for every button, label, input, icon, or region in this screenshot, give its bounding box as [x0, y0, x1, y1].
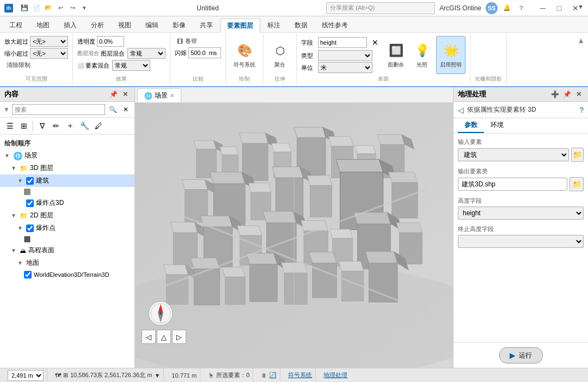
qa-dropdown[interactable]: ▾ [79, 3, 89, 13]
pause-icon[interactable]: ⏸ [261, 372, 267, 379]
gp-close-icon[interactable]: ✕ [574, 89, 584, 99]
toc-item-explosion[interactable]: ▼ 爆炸点 [0, 222, 134, 234]
feature-blend-select[interactable]: 常规 [112, 60, 150, 71]
height-field-select[interactable]: height [458, 207, 584, 220]
toc-item-3d-group[interactable]: ▼ 📁 3D 图层 [0, 162, 134, 174]
nav-right-button[interactable]: ▷ [172, 330, 186, 344]
left-panel-close-icon[interactable]: ✕ [120, 89, 130, 99]
compass[interactable] [147, 300, 174, 327]
scale-select[interactable]: 2,491 m [8, 370, 44, 381]
filter-button[interactable]: ∇ [35, 119, 48, 132]
gp-tab-env[interactable]: 环境 [484, 118, 510, 133]
input-features-browse-button[interactable]: 📁 [571, 148, 584, 162]
transparency-input[interactable] [97, 36, 124, 47]
output-features-browse-button[interactable]: 📁 [569, 177, 584, 191]
tab-view[interactable]: 视图 [111, 18, 138, 32]
minimize-button[interactable]: ─ [535, 2, 551, 14]
layer-blend-select[interactable]: 常规 [127, 48, 166, 59]
explosion-3d-checkbox[interactable] [26, 199, 34, 207]
flash-input[interactable] [188, 47, 221, 58]
maximize-button[interactable]: □ [551, 2, 567, 14]
search-clear-button[interactable]: ✕ [120, 104, 131, 115]
user-avatar[interactable]: SS [486, 2, 498, 14]
notification-bell[interactable]: 🔔 [502, 3, 512, 13]
scene-tab-close[interactable]: ✕ [170, 93, 174, 99]
arrow-down-icon: ▼ [154, 372, 160, 379]
gp-pin-icon[interactable]: 📌 [562, 89, 572, 99]
face-delete-button[interactable]: 🔲 面删余 [384, 36, 408, 74]
save-button[interactable]: 💾 [20, 3, 29, 13]
toc-item-scene[interactable]: ▼ 🌐 场景 [0, 149, 134, 162]
list-view-button[interactable]: ☰ [3, 119, 16, 132]
pin-icon[interactable]: 📌 [108, 89, 118, 99]
explosion-checkbox[interactable] [26, 225, 34, 232]
end-height-field-select[interactable] [458, 235, 584, 248]
input-features-select[interactable]: 建筑 [458, 148, 569, 161]
swipe-button[interactable]: 🎞 卷帘 [175, 36, 221, 46]
zoom-in-select[interactable]: <无> [30, 36, 68, 47]
map-tab-dropdown[interactable]: ▾ [575, 1, 586, 12]
gp-add-icon[interactable]: ➕ [550, 89, 560, 99]
tab-line-ref[interactable]: 线性参考 [315, 18, 355, 32]
feature-blend-label-icon: ⬜ [77, 63, 84, 69]
scene-tab[interactable]: 🌐 场景 ✕ [137, 88, 181, 102]
light-button[interactable]: 💡 光照 [410, 36, 434, 74]
add-layer-button[interactable]: ＋ [64, 119, 77, 132]
refresh-icon[interactable]: 🔄 [269, 372, 277, 379]
toc-item-building-color[interactable] [0, 187, 134, 197]
content-search-input[interactable] [12, 104, 105, 115]
undo-button[interactable]: ↩ [56, 3, 65, 13]
field-clear-button[interactable]: ✕ [369, 36, 382, 49]
world-elevation-checkbox[interactable] [24, 271, 32, 278]
tab-analysis[interactable]: 分析 [84, 18, 111, 32]
map-viewport[interactable]: ◁ △ ▷ [135, 103, 453, 368]
toc-item-world-elevation[interactable]: WorldElevation3D/Terrain3D [0, 269, 134, 280]
toc-item-2d-group[interactable]: ▼ 📁 2D 图层 [0, 209, 134, 222]
tab-project[interactable]: 工程 [2, 18, 29, 32]
geo-processing-link[interactable]: 地理处理 [323, 371, 347, 379]
type-select[interactable] [318, 50, 372, 61]
field-input[interactable] [318, 37, 367, 48]
zoom-out-select[interactable]: <无> [30, 48, 68, 59]
nav-up-button[interactable]: △ [157, 330, 171, 344]
gp-tab-params[interactable]: 参数 [458, 118, 484, 133]
search-button[interactable]: 🔍 [107, 104, 118, 115]
tab-share[interactable]: 共享 [193, 18, 220, 32]
sketch-button[interactable]: 🖊 [92, 119, 105, 132]
clear-limit-button[interactable]: 清除限制 [4, 60, 68, 70]
run-button[interactable]: ▶ 运行 [499, 347, 543, 363]
tab-label[interactable]: 标注 [260, 18, 287, 32]
ribbon-collapse[interactable]: ▲ [574, 34, 588, 85]
aggregate-button[interactable]: ⬡ 聚合 [268, 36, 292, 74]
toc-item-building[interactable]: ▼ 建筑 [0, 174, 134, 187]
toc-item-ground[interactable]: ▼ 地面 [0, 257, 134, 269]
new-button[interactable]: 📄 [32, 3, 41, 13]
building-checkbox[interactable] [26, 177, 34, 185]
svg-marker-34 [307, 175, 332, 185]
layer-properties-button[interactable]: 🔧 [78, 119, 91, 132]
tab-map[interactable]: 地图 [29, 18, 57, 32]
toc-item-explosion-3d[interactable]: 爆炸点3D [0, 197, 134, 209]
unit-select[interactable]: 米 [318, 62, 372, 73]
tab-imagery[interactable]: 影像 [166, 18, 193, 32]
tab-feature-layer[interactable]: 要素图层 [220, 19, 260, 33]
tab-edit[interactable]: 编辑 [138, 18, 166, 32]
help-button[interactable]: ? [516, 3, 526, 13]
global-search[interactable]: 分享搜索 (Alt+Q) [326, 2, 435, 14]
gp-back-button[interactable]: ◁ [458, 106, 464, 114]
draw-button[interactable]: ✏ [50, 119, 63, 132]
toc-item-elevation[interactable]: ▼ ⛰ 高程表面 [0, 244, 134, 257]
open-button[interactable]: 📂 [44, 3, 53, 13]
coord-system-link[interactable]: 符号系统 [288, 371, 312, 379]
output-features-input[interactable] [458, 178, 567, 191]
tab-data[interactable]: 数据 [287, 18, 315, 32]
nav-left-button[interactable]: ◁ [142, 330, 156, 344]
table-view-button[interactable]: ⊞ [17, 119, 30, 132]
gp-help-icon[interactable]: ? [579, 106, 584, 114]
enable-light-button[interactable]: 🌟 启用照明 [436, 36, 465, 74]
tab-insert[interactable]: 插入 [57, 18, 84, 32]
symbol-system-button[interactable]: 🎨 符号系统 [230, 36, 259, 74]
feature-blend-label: 要素混合 [85, 62, 109, 70]
redo-button[interactable]: ↪ [68, 3, 77, 13]
toc-item-explosion-color[interactable] [0, 234, 134, 244]
